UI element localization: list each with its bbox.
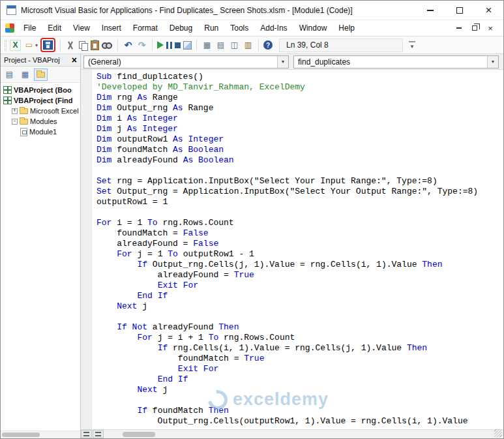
menu-run[interactable]: Run bbox=[198, 22, 224, 35]
mdi-close-button[interactable]: × bbox=[484, 23, 497, 34]
code-line[interactable] bbox=[96, 207, 503, 218]
code-hscrollbar[interactable] bbox=[104, 430, 503, 438]
find-icon[interactable] bbox=[102, 40, 113, 50]
menu-debug[interactable]: Debug bbox=[164, 22, 198, 35]
procedure-view-button[interactable] bbox=[81, 430, 92, 438]
redo-icon[interactable]: ↷ bbox=[136, 40, 147, 51]
code-line[interactable]: alreadyFound = True bbox=[96, 270, 503, 280]
dropdown-arrow-icon[interactable]: ▼ bbox=[277, 56, 288, 68]
code-line[interactable]: For j = i + 1 To rng.Rows.Count bbox=[96, 333, 503, 343]
project-panel-hscrollbar-thumb[interactable] bbox=[2, 432, 40, 437]
code-hscrollbar-thumb[interactable] bbox=[123, 432, 155, 437]
save-icon[interactable] bbox=[43, 40, 53, 50]
code-line[interactable]: If rng.Cells(i, 1).Value = rng.Cells(j, … bbox=[96, 343, 503, 354]
code-line[interactable]: For j = 1 To outputRow1 - 1 bbox=[96, 249, 503, 260]
code-line[interactable]: Dim outputRow1 As Integer bbox=[96, 134, 503, 145]
code-line[interactable]: If Not alreadyFound Then bbox=[96, 322, 503, 333]
view-excel-icon[interactable]: X bbox=[10, 40, 21, 51]
full-module-view-button[interactable] bbox=[93, 430, 104, 438]
code-line[interactable]: foundMatch = False bbox=[96, 228, 503, 239]
toggle-folders-icon[interactable] bbox=[34, 68, 48, 81]
menu-edit[interactable]: Edit bbox=[42, 22, 67, 35]
tree-item-label: Modules bbox=[30, 117, 57, 125]
mdi-minimize-button[interactable] bbox=[452, 23, 466, 34]
menu-tools[interactable]: Tools bbox=[224, 22, 254, 35]
resize-grip[interactable] bbox=[494, 429, 502, 437]
code-line[interactable]: End If bbox=[96, 291, 503, 301]
code-line[interactable]: For i = 1 To rng.Rows.Count bbox=[96, 218, 503, 228]
code-line[interactable]: Dim rng As Range bbox=[96, 93, 503, 103]
menu-file[interactable]: File bbox=[18, 22, 42, 35]
code-line[interactable]: End If bbox=[96, 374, 503, 385]
code-text[interactable]: Sub find_duplicates()'Developed by MD_Ta… bbox=[96, 72, 503, 429]
code-line[interactable]: Next j bbox=[96, 301, 503, 312]
project-panel-close-button[interactable]: × bbox=[72, 55, 77, 65]
code-line[interactable]: If foundMatch Then bbox=[96, 406, 503, 416]
close-button[interactable]: × bbox=[474, 1, 503, 20]
reset-icon[interactable] bbox=[175, 42, 181, 48]
break-icon[interactable] bbox=[166, 42, 172, 49]
object-browser-icon[interactable]: ◫ bbox=[229, 40, 240, 51]
undo-icon[interactable]: ↶ bbox=[123, 40, 134, 51]
toolbar-overflow-button[interactable]: ▾ bbox=[407, 41, 417, 50]
run-icon[interactable] bbox=[157, 41, 164, 49]
maximize-button[interactable] bbox=[445, 1, 474, 20]
paste-icon[interactable] bbox=[91, 40, 99, 50]
code-line[interactable]: Dim j As Integer bbox=[96, 124, 503, 134]
project-panel-header: Project - VBAProj × bbox=[1, 54, 80, 67]
code-line[interactable]: Output_rng.Cells(outputRow1, 1).Value = … bbox=[96, 416, 503, 427]
code-line[interactable]: Dim Output_rng As Range bbox=[96, 103, 503, 114]
menu-view[interactable]: View bbox=[67, 22, 96, 35]
code-line[interactable]: Exit For bbox=[96, 280, 503, 291]
code-line[interactable] bbox=[96, 312, 503, 322]
insert-userform-dropdown-arrow[interactable]: ▾ bbox=[35, 42, 38, 48]
code-line[interactable]: Sub find_duplicates() bbox=[96, 72, 503, 82]
view-object-icon[interactable]: ▦ bbox=[18, 68, 32, 81]
project-panel-hscrollbar[interactable] bbox=[1, 431, 80, 438]
toolbar-grip[interactable] bbox=[5, 40, 7, 51]
tree-item-module1[interactable]: Module1 bbox=[1, 127, 80, 137]
code-window: (General) ▼ find_duplicates ▼ Sub find_d… bbox=[81, 54, 503, 438]
menu-help[interactable]: Help bbox=[333, 22, 361, 35]
code-line[interactable]: Dim foundMatch As Boolean bbox=[96, 145, 503, 155]
code-editor[interactable]: Sub find_duplicates()'Developed by MD_Ta… bbox=[81, 70, 503, 429]
properties-window-icon[interactable]: ▤ bbox=[215, 40, 226, 51]
code-line[interactable]: If Output_rng.Cells(j, 1).Value = rng.Ce… bbox=[96, 260, 503, 270]
code-line[interactable]: Dim alreadyFound As Boolean bbox=[96, 155, 503, 166]
cut-icon[interactable] bbox=[65, 40, 75, 50]
object-dropdown[interactable]: (General) ▼ bbox=[83, 55, 289, 68]
tree-item-modules[interactable]: -Modules bbox=[1, 116, 80, 127]
code-line[interactable] bbox=[96, 395, 503, 406]
toolbox-icon[interactable]: ▥ bbox=[243, 40, 254, 51]
menu-insert[interactable]: Insert bbox=[96, 22, 127, 35]
code-line[interactable]: Exit For bbox=[96, 364, 503, 374]
copy-icon[interactable] bbox=[78, 40, 88, 50]
view-code-icon[interactable]: ▤ bbox=[3, 68, 16, 81]
code-line[interactable]: Dim i As Integer bbox=[96, 114, 503, 124]
project-explorer-icon[interactable]: ▦ bbox=[201, 40, 213, 51]
tree-item-vbaproject-find[interactable]: VBAProject (Find bbox=[1, 95, 80, 106]
tree-item-microsoft-excel[interactable]: +Microsoft Excel bbox=[1, 106, 80, 116]
code-line[interactable]: Set Output_rng = Application.InputBox("S… bbox=[96, 187, 503, 197]
code-line[interactable]: Set rng = Application.InputBox("Select Y… bbox=[96, 176, 503, 187]
minimize-button[interactable] bbox=[415, 1, 445, 20]
expand-icon[interactable]: + bbox=[12, 108, 18, 114]
design-mode-icon[interactable] bbox=[183, 41, 192, 50]
mdi-restore-button[interactable] bbox=[468, 23, 481, 34]
code-line[interactable]: alreadyFound = False bbox=[96, 239, 503, 249]
code-line[interactable]: Next j bbox=[96, 385, 503, 395]
collapse-icon[interactable]: - bbox=[12, 119, 18, 125]
help-icon[interactable]: ? bbox=[263, 40, 273, 50]
insert-userform-icon[interactable]: ▭ bbox=[23, 40, 35, 51]
code-line[interactable]: outputRow1 = 1 bbox=[96, 197, 503, 207]
procedure-dropdown[interactable]: find_duplicates ▼ bbox=[293, 55, 499, 68]
code-line[interactable]: foundMatch = True bbox=[96, 354, 503, 364]
code-line[interactable] bbox=[96, 166, 503, 176]
menu-add-ins[interactable]: Add-Ins bbox=[254, 22, 293, 35]
toolbar-separator bbox=[258, 39, 259, 51]
tree-item-vbaproject-boo[interactable]: VBAProject (Boo bbox=[1, 85, 80, 95]
code-line[interactable]: 'Developed by MD_Tanvir_Rahman, ExcelDem… bbox=[96, 82, 503, 93]
menu-window[interactable]: Window bbox=[293, 22, 333, 35]
dropdown-arrow-icon[interactable]: ▼ bbox=[487, 56, 498, 68]
menu-format[interactable]: Format bbox=[127, 22, 164, 35]
